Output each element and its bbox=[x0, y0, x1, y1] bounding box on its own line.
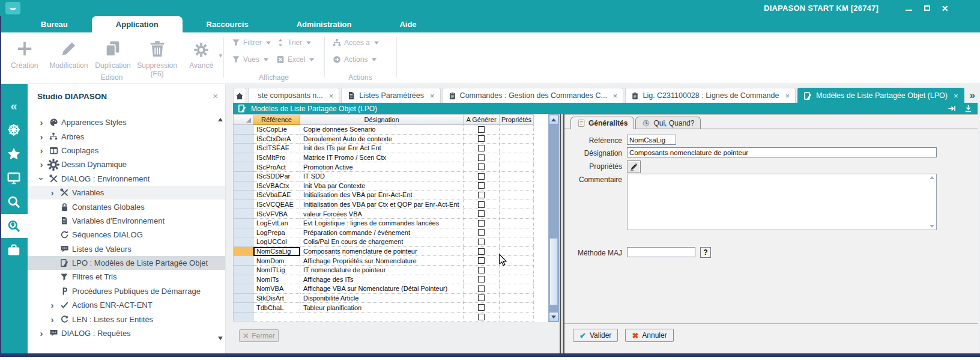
checkbox[interactable] bbox=[478, 173, 485, 180]
cell-reference[interactable]: IScVbaEAE bbox=[253, 191, 300, 200]
cell-proprietes[interactable] bbox=[500, 313, 534, 322]
cell-a-generer[interactable] bbox=[464, 275, 500, 285]
maximize-button[interactable] bbox=[923, 4, 931, 12]
table-row[interactable]: LogEvtLan Evt Logistique : lignes de com… bbox=[233, 219, 534, 228]
download-icon[interactable] bbox=[964, 104, 973, 113]
cell-proprietes[interactable] bbox=[500, 237, 534, 247]
menu-tab[interactable]: Aide bbox=[375, 16, 440, 32]
checkbox[interactable] bbox=[478, 210, 485, 217]
ribbon-button[interactable]: Vues bbox=[232, 55, 276, 64]
table-row[interactable]: IScCopLie Copie données Scenario bbox=[233, 125, 534, 135]
cell-designation[interactable]: Affichage des ITs bbox=[300, 275, 464, 285]
proprietes-button[interactable] bbox=[627, 160, 641, 173]
cell-designation[interactable]: Promotion Active bbox=[300, 162, 464, 172]
scroll-down-icon[interactable] bbox=[549, 312, 558, 322]
cell-proprietes[interactable] bbox=[500, 275, 534, 285]
cell-designation[interactable]: Affichage VBA sur Nomenclature (Détai Po… bbox=[300, 284, 464, 294]
cell-reference[interactable]: NomDom bbox=[253, 256, 300, 266]
sidebar-tree-item[interactable]: Constantes Globales bbox=[28, 200, 225, 213]
menu-tab[interactable]: Raccourcis bbox=[183, 16, 273, 32]
document-tab[interactable]: ste composants n... bbox=[248, 88, 339, 103]
row-marker-cell[interactable] bbox=[233, 191, 253, 200]
cell-a-generer[interactable] bbox=[464, 228, 500, 238]
sidebar-tree-item[interactable]: Apparences Styles bbox=[28, 115, 225, 129]
cell-reference[interactable]: LogPrepa bbox=[253, 228, 300, 238]
checkbox[interactable] bbox=[478, 229, 485, 236]
cell-proprietes[interactable] bbox=[500, 191, 534, 200]
cell-a-generer[interactable] bbox=[464, 135, 500, 144]
cell-designation[interactable]: Copie données Scenario bbox=[300, 125, 464, 135]
cell-reference[interactable] bbox=[253, 313, 300, 322]
table-row[interactable]: IScCtxDerA Deroulement Auto de contexte bbox=[233, 135, 534, 144]
column-header-designation[interactable]: Désignation bbox=[300, 114, 464, 125]
cell-a-generer[interactable] bbox=[464, 191, 500, 200]
table-row[interactable]: TdbChaL Tableur planification bbox=[233, 303, 534, 313]
row-marker-cell[interactable] bbox=[233, 219, 253, 228]
table-row[interactable] bbox=[233, 313, 534, 322]
cell-reference[interactable]: TdbChaL bbox=[253, 303, 300, 313]
designation-input[interactable] bbox=[627, 147, 937, 157]
methode-maj-input[interactable] bbox=[627, 247, 695, 257]
document-tab[interactable]: Listes Paramétrées bbox=[341, 88, 440, 103]
checkbox[interactable] bbox=[478, 126, 485, 133]
table-row[interactable]: NomCsaLig Composants nomenclature de poi… bbox=[233, 247, 534, 257]
rail-item[interactable] bbox=[0, 190, 28, 214]
tab-close-icon[interactable] bbox=[785, 91, 790, 100]
tab-close-icon[interactable] bbox=[430, 91, 435, 100]
checkbox[interactable] bbox=[478, 285, 485, 292]
document-tab[interactable]: Commandes : Gestion des Commandes C... bbox=[443, 88, 624, 103]
row-marker-cell[interactable] bbox=[233, 153, 253, 163]
ribbon-button[interactable]: Modification bbox=[47, 36, 91, 78]
tab-close-icon[interactable] bbox=[954, 91, 958, 100]
cell-proprietes[interactable] bbox=[500, 200, 534, 210]
cell-reference[interactable]: NomVBA bbox=[253, 284, 300, 294]
home-tab[interactable] bbox=[233, 88, 246, 103]
tree-scroll-down-icon[interactable] bbox=[218, 337, 223, 340]
jump-right-icon[interactable] bbox=[948, 104, 957, 113]
cell-a-generer[interactable] bbox=[464, 144, 500, 153]
sidebar-tree-item[interactable]: Variables bbox=[28, 186, 225, 200]
column-header-a-generer[interactable]: A Générer bbox=[464, 114, 500, 125]
cell-reference[interactable]: IScVFVBA bbox=[253, 209, 300, 219]
table-row[interactable]: LogUCCol Colis/Pal En cours de chargemen… bbox=[233, 237, 534, 247]
tree-scroll-up-icon[interactable] bbox=[218, 118, 223, 121]
checkbox[interactable] bbox=[478, 239, 485, 245]
cell-designation[interactable]: Affichage Propriétés sur Nomenclature bbox=[300, 256, 464, 266]
rail-item[interactable] bbox=[0, 142, 28, 166]
document-tab[interactable]: Lig. C231100028 : Lignes de Commande bbox=[625, 88, 796, 103]
checkbox[interactable] bbox=[478, 294, 485, 301]
table-row[interactable]: IScITSEAE Init des ITs par Enr Act Ent bbox=[233, 144, 534, 153]
sidebar-tree-item[interactable]: Procédures Publiques de Démarrage bbox=[28, 284, 225, 298]
cell-proprietes[interactable] bbox=[500, 294, 534, 304]
cell-a-generer[interactable] bbox=[464, 182, 500, 191]
cell-proprietes[interactable] bbox=[500, 144, 534, 153]
cell-reference[interactable]: IScCtxDerA bbox=[253, 135, 300, 144]
cell-proprietes[interactable] bbox=[500, 153, 534, 163]
checkbox[interactable] bbox=[478, 276, 485, 282]
tab-close-icon[interactable] bbox=[329, 91, 334, 100]
row-marker-cell[interactable] bbox=[233, 256, 253, 266]
cell-a-generer[interactable] bbox=[464, 303, 500, 313]
row-marker-cell[interactable] bbox=[233, 237, 253, 247]
cell-a-generer[interactable] bbox=[464, 209, 500, 219]
row-marker-cell[interactable] bbox=[233, 247, 253, 257]
cell-proprietes[interactable] bbox=[500, 303, 534, 313]
cell-reference[interactable]: IScSDDPar bbox=[253, 172, 300, 182]
table-row[interactable]: IScSDDPar IT SDD bbox=[233, 172, 534, 182]
rail-item[interactable]: « bbox=[0, 94, 28, 118]
sidebar-tree-item[interactable]: Couplages bbox=[28, 144, 225, 157]
cell-a-generer[interactable] bbox=[464, 153, 500, 163]
ribbon-button[interactable]: Actions bbox=[333, 55, 393, 64]
cell-designation[interactable]: Colis/Pal En cours de chargement bbox=[300, 237, 464, 247]
cell-proprietes[interactable] bbox=[500, 125, 534, 135]
fermer-button[interactable]: ✕ Fermer bbox=[239, 329, 279, 342]
panel-splitter[interactable] bbox=[560, 114, 564, 353]
sidebar-tree-item[interactable]: DIALOG : Requêtes bbox=[28, 326, 225, 339]
close-button[interactable]: ✕ bbox=[941, 4, 949, 12]
row-marker-cell[interactable] bbox=[233, 228, 253, 238]
cell-designation[interactable] bbox=[300, 313, 464, 322]
valider-button[interactable]: ✔ Valider bbox=[573, 329, 618, 342]
annuler-button[interactable]: ✖ Annuler bbox=[625, 329, 673, 342]
checkbox[interactable] bbox=[478, 192, 485, 198]
cell-a-generer[interactable] bbox=[464, 172, 500, 182]
